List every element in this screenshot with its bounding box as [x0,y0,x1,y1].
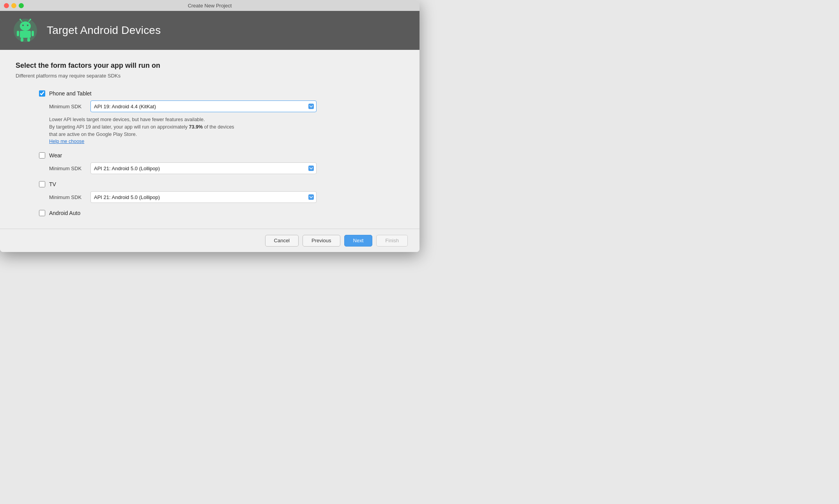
svg-point-7 [30,19,31,20]
title-bar: Create New Project [0,0,420,11]
svg-rect-12 [27,38,30,42]
form-area: Phone and Tablet Minimum SDK API 19: And… [16,90,404,216]
help-line-2: By targeting API 19 and later, your app … [49,124,234,130]
help-me-choose-link[interactable]: Help me choose [49,139,84,144]
tv-label[interactable]: TV [49,181,56,187]
phone-tablet-label[interactable]: Phone and Tablet [49,90,92,97]
android-logo-icon [12,17,39,44]
svg-point-6 [19,19,21,20]
svg-point-3 [27,25,28,26]
footer: Cancel Previous Next Finish [0,229,420,252]
tv-group: TV Minimum SDK API 21: Android 5.0 (Loll… [39,181,404,203]
phone-tablet-checkbox-row: Phone and Tablet [39,90,404,97]
next-button[interactable]: Next [344,235,373,247]
cancel-button[interactable]: Cancel [265,235,299,247]
main-content: Select the form factors your app will ru… [0,50,420,229]
tv-checkbox-row: TV [39,181,404,187]
phone-tablet-sdk-select[interactable]: API 19: Android 4.4 (KitKat) [90,100,317,112]
android-auto-group: Android Auto [39,210,404,216]
svg-point-2 [22,25,24,26]
svg-rect-8 [20,31,31,38]
finish-button[interactable]: Finish [376,235,408,247]
help-line-3: that are active on the Google Play Store… [49,132,137,137]
wear-sdk-label: Minimum SDK [49,166,84,171]
tv-checkbox[interactable] [39,181,45,187]
phone-tablet-sdk-row: Minimum SDK API 19: Android 4.4 (KitKat) [39,100,404,112]
svg-rect-11 [21,38,23,42]
section-title: Select the form factors your app will ru… [16,62,404,70]
tv-sdk-row: Minimum SDK API 21: Android 5.0 (Lollipo… [39,191,404,203]
tv-sdk-select[interactable]: API 21: Android 5.0 (Lollipop) [90,191,317,203]
phone-tablet-group: Phone and Tablet Minimum SDK API 19: And… [39,90,404,145]
svg-rect-10 [32,31,34,36]
maximize-button[interactable] [19,3,24,8]
svg-rect-9 [17,31,19,36]
phone-tablet-sdk-label: Minimum SDK [49,104,84,109]
wear-checkbox-row: Wear [39,152,404,159]
wear-group: Wear Minimum SDK API 21: Android 5.0 (Lo… [39,152,404,174]
wear-sdk-row: Minimum SDK API 21: Android 5.0 (Lollipo… [39,162,404,174]
header-band: Target Android Devices [0,11,420,50]
android-auto-label[interactable]: Android Auto [49,210,80,216]
window-controls [4,3,24,8]
section-subtitle: Different platforms may require separate… [16,73,404,79]
minimize-button[interactable] [11,3,16,8]
wear-label[interactable]: Wear [49,152,62,159]
android-auto-checkbox[interactable] [39,210,45,216]
help-line-1: Lower API levels target more devices, bu… [49,117,205,122]
android-auto-checkbox-row: Android Auto [39,210,404,216]
phone-tablet-help-info: Lower API levels target more devices, bu… [39,116,404,145]
tv-sdk-label: Minimum SDK [49,194,84,200]
close-button[interactable] [4,3,9,8]
previous-button[interactable]: Previous [303,235,340,247]
page-title: Target Android Devices [47,24,161,37]
wear-checkbox[interactable] [39,152,45,159]
window-title: Create New Project [188,3,232,9]
svg-point-1 [20,21,31,31]
wear-sdk-select[interactable]: API 21: Android 5.0 (Lollipop) [90,162,317,174]
phone-tablet-checkbox[interactable] [39,90,45,97]
